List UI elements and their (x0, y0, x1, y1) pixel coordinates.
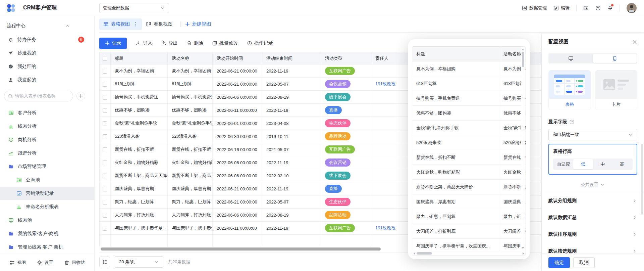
sidebar-nav-item[interactable]: 线索分析 (0, 120, 94, 133)
scrollbar-thumb[interactable] (101, 247, 381, 251)
layout-cards: 表格 卡片 (548, 70, 637, 110)
sidebar-nav-item[interactable]: 商机分析 (0, 133, 94, 146)
scroll-left-icon[interactable] (414, 252, 415, 255)
row-height-label: 表格行高 (553, 148, 633, 154)
sidebar-nav-item[interactable]: 跟进分析 (0, 146, 94, 160)
sidebar-process-item[interactable]: 待办任务 6 (0, 33, 94, 46)
user-avatar[interactable] (627, 3, 637, 13)
contact-book-button[interactable] (583, 5, 589, 11)
mobile-option[interactable] (593, 54, 637, 63)
column-header-end[interactable]: 活动结束时间 (262, 52, 321, 64)
chart-box-icon (522, 5, 527, 11)
help-button[interactable] (595, 5, 601, 11)
preview-hscroll-thumb[interactable] (417, 252, 432, 255)
row-height-option[interactable]: 高 (612, 159, 632, 169)
page-size-select[interactable]: 20 条/页 (115, 256, 163, 268)
scroll-up-icon[interactable] (522, 49, 524, 50)
cancel-button[interactable]: 取消 (573, 257, 595, 268)
sidebar-footer-button[interactable]: 回收站 (64, 260, 85, 266)
sidebar-process-item[interactable]: 抄送我的 (0, 46, 94, 60)
owner-link[interactable]: 191改改改 (375, 225, 396, 230)
row-checkbox[interactable] (103, 161, 107, 165)
tab-table-view[interactable]: 表格视图 ⋮ (99, 18, 142, 30)
sidebar-process-item[interactable]: 我处理的 (0, 60, 94, 73)
row-height-option[interactable]: 自适应 (554, 159, 573, 169)
end-time-cell: 2022-11-19 (262, 64, 321, 78)
type-tag: 直播 (325, 185, 342, 193)
more-dots-icon[interactable]: ⋮ (133, 21, 138, 27)
toolbar-action-button[interactable]: 操作记录 (247, 40, 273, 46)
sidebar-footer-button[interactable]: 视图 (9, 260, 26, 266)
layout-card-card[interactable]: 卡片 (595, 70, 638, 110)
row-height-button[interactable] (99, 257, 110, 267)
help-icon[interactable] (569, 119, 575, 125)
common-settings-toggle[interactable]: 公共设置 (548, 180, 637, 189)
toolbar-action-button[interactable]: 导出 (161, 40, 178, 46)
panel-scrollbar-thumb[interactable] (641, 144, 643, 215)
footer-item-label: 设置 (45, 260, 53, 266)
row-checkbox[interactable] (103, 200, 107, 205)
row-height-option[interactable]: 中 (593, 159, 612, 169)
row-checkbox[interactable] (103, 121, 107, 126)
start-time-cell: 2022-06-21 00:00:00 (213, 64, 262, 78)
tab-kanban-view[interactable]: 看板视图 (142, 18, 176, 30)
add-form-button[interactable] (76, 92, 85, 100)
row-checkbox[interactable] (103, 174, 107, 178)
preview-vertical-scrollbar[interactable] (521, 47, 525, 250)
row-checkbox[interactable] (103, 226, 107, 231)
layout-card-table[interactable]: 表格 (548, 70, 591, 110)
column-header-name[interactable]: 活动名称 (168, 52, 213, 64)
rule-item[interactable]: 默认排序规则 (548, 226, 637, 243)
sidebar-nav-item[interactable]: 市场营销管理 (0, 160, 94, 173)
rule-item[interactable]: 默认数据汇总 (548, 209, 637, 226)
sidebar-footer-button[interactable]: 设置 (37, 260, 53, 266)
edit-button[interactable]: 编辑 (553, 5, 570, 11)
process-section-header[interactable]: 流程中心 (0, 21, 94, 30)
sidebar-nav-item[interactable]: 管理员线索-客户-商机 (0, 240, 94, 254)
select-all-checkbox[interactable] (103, 56, 107, 61)
name-cell: 优惠不够，团购凑 (168, 104, 213, 117)
column-header-type[interactable]: 活动类型 (321, 52, 371, 64)
new-view-button[interactable]: 新建视图 (185, 21, 211, 27)
notifications-button[interactable] (607, 5, 613, 11)
row-checkbox[interactable] (103, 82, 107, 87)
row-checkbox[interactable] (103, 134, 107, 139)
row-checkbox[interactable] (103, 108, 107, 113)
preview-vscroll-thumb[interactable] (522, 52, 524, 67)
display-fields-select[interactable]: 和电脑端一致 (548, 129, 637, 140)
column-header-title[interactable]: 标题 (111, 52, 168, 64)
row-checkbox[interactable] (103, 69, 107, 74)
desktop-option[interactable] (549, 54, 593, 63)
row-height-option[interactable]: 低 (573, 159, 593, 169)
row-checkbox[interactable] (103, 213, 107, 218)
toolbar-action-button[interactable]: 批量修改 (212, 40, 238, 46)
sidebar-nav-item[interactable]: 我的线索-客户-商机 (0, 227, 94, 240)
confirm-button[interactable]: 确定 (548, 257, 570, 268)
sidebar-nav-item[interactable]: 客户分析 (0, 106, 94, 120)
rule-item[interactable]: 默认筛选规则 (548, 243, 637, 254)
workspace-selector[interactable]: 管理全部数据 (99, 3, 169, 13)
close-icon[interactable] (632, 39, 637, 45)
sidebar-process-item[interactable]: 我发起的 (0, 73, 94, 87)
sidebar-nav-item[interactable]: 营销活动记录 (0, 187, 94, 200)
row-checkbox[interactable] (103, 95, 107, 100)
column-header-start[interactable]: 活动开始时间 (213, 52, 262, 64)
toolbar-action-button[interactable]: 导入 (136, 40, 152, 46)
sidebar-nav-item[interactable]: 线索池 (0, 214, 94, 227)
toolbar-action-button[interactable]: 删除 (186, 40, 203, 46)
row-checkbox[interactable] (103, 147, 107, 152)
form-search-input[interactable] (15, 93, 65, 98)
add-record-button[interactable]: 记录 (99, 38, 127, 49)
sidebar-nav-item[interactable]: 未命名分析报表 (0, 200, 94, 214)
scroll-down-icon[interactable] (522, 247, 524, 249)
owner-link[interactable]: 191改改改 (375, 81, 396, 86)
preview-horizontal-scrollbar[interactable] (412, 251, 526, 256)
sidebar-nav-item[interactable]: 公海池 (0, 173, 94, 187)
app-logo-icon[interactable] (7, 4, 15, 12)
data-manage-button[interactable]: 数据管理 (522, 5, 547, 11)
row-checkbox[interactable] (103, 187, 107, 191)
scroll-right-icon[interactable] (523, 252, 524, 255)
rule-item[interactable]: 默认分组规则 (548, 192, 637, 209)
type-cell: 互联网广告 (321, 222, 371, 235)
row-height-icon (102, 259, 107, 265)
